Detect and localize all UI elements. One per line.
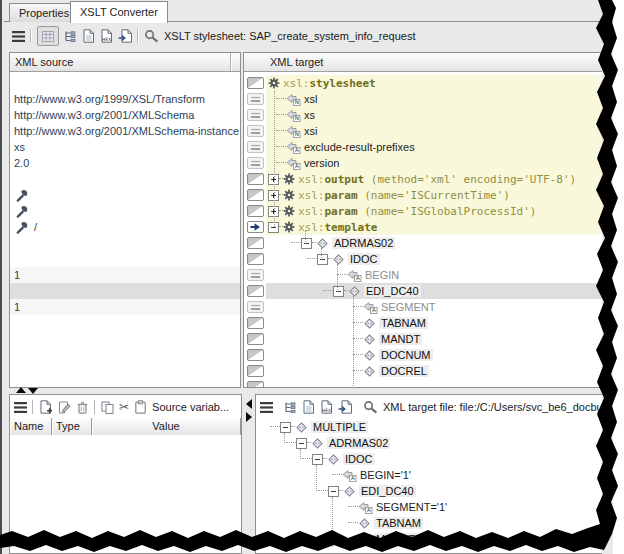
source-cell[interactable] xyxy=(10,171,240,187)
source-cell[interactable] xyxy=(10,251,240,267)
source-cell[interactable]: xs xyxy=(10,139,240,155)
delete-icon[interactable] xyxy=(76,401,89,414)
mapping-button[interactable] xyxy=(247,221,264,233)
search-icon[interactable] xyxy=(363,400,378,414)
source-cell[interactable] xyxy=(10,347,240,363)
mapping-button[interactable] xyxy=(247,333,264,345)
document-import-icon[interactable] xyxy=(118,29,132,43)
mapping-button[interactable] xyxy=(247,317,264,329)
vertical-splitter[interactable] xyxy=(245,394,255,534)
mapping-button[interactable] xyxy=(247,365,264,377)
tree-node-label[interactable]: xs xyxy=(304,109,315,121)
cut-icon[interactable]: ✂ xyxy=(119,401,129,413)
collapse-icon[interactable] xyxy=(280,422,291,433)
mapping-button[interactable] xyxy=(247,381,264,387)
source-cell[interactable] xyxy=(10,283,240,299)
source-cell[interactable] xyxy=(10,203,240,219)
tree-node-label[interactable]: xsi xyxy=(304,125,317,137)
source-cell[interactable]: 1 xyxy=(10,267,240,283)
tree-node-label[interactable]: IDOC xyxy=(343,453,375,465)
mapping-button[interactable] xyxy=(247,173,264,185)
source-cell[interactable]: / xyxy=(10,219,240,235)
search-icon[interactable] xyxy=(144,29,159,43)
tree-node-label[interactable]: EDI_DC40 xyxy=(364,285,421,297)
document-icon[interactable] xyxy=(82,29,95,43)
source-cell[interactable] xyxy=(10,331,240,347)
tree-node-label[interactable]: xsl xyxy=(304,93,317,105)
tree-view-icon[interactable] xyxy=(64,30,77,42)
document-import-icon[interactable] xyxy=(338,400,352,414)
tree-node-label[interactable]: SEGMENT xyxy=(381,301,435,313)
tree-node-label[interactable]: SEGMENT='1' xyxy=(376,501,447,513)
mapping-button[interactable] xyxy=(247,205,264,217)
column-name[interactable]: Name xyxy=(10,418,52,435)
tree-node-label[interactable]: xsl:output (method='xml' encoding='UTF-8… xyxy=(298,173,576,186)
source-cell[interactable]: 2.0 xyxy=(10,155,240,171)
tree-view-icon[interactable] xyxy=(284,401,297,413)
tree-node-label[interactable]: DOCNUM xyxy=(379,349,433,361)
tab-xslt-converter[interactable]: XSLT Converter xyxy=(70,1,168,23)
document-icon[interactable] xyxy=(302,400,315,414)
tree-node-label[interactable]: ADRMAS02 xyxy=(332,237,395,249)
mapping-button[interactable] xyxy=(247,237,264,249)
mapping-button[interactable] xyxy=(247,301,264,313)
mapping-button[interactable] xyxy=(247,109,264,121)
tree-node-label[interactable]: version xyxy=(304,157,339,169)
document-hex-icon[interactable]: HEX xyxy=(320,400,333,414)
tree-node-label[interactable]: TABNAM xyxy=(374,517,423,529)
tree-node-label[interactable]: ADRMAS02 xyxy=(327,437,390,449)
source-cell[interactable] xyxy=(10,75,240,91)
collapse-right-icon[interactable] xyxy=(246,412,252,422)
tree-node-label[interactable]: xsl:param (name='ISCurrentTime') xyxy=(298,189,510,202)
mapping-button[interactable] xyxy=(247,269,264,281)
mapping-button[interactable] xyxy=(247,349,264,361)
variables-table-body[interactable] xyxy=(10,435,241,553)
source-cell[interactable]: http://www.w3.org/2001/XMLSchema-instanc… xyxy=(10,123,240,139)
menu-icon[interactable] xyxy=(12,31,25,42)
source-cell[interactable] xyxy=(10,379,240,387)
new-document-icon[interactable] xyxy=(39,400,53,414)
mapping-button[interactable] xyxy=(247,125,264,137)
mapping-button[interactable] xyxy=(247,285,264,297)
source-cell[interactable] xyxy=(10,235,240,251)
collapse-icon[interactable] xyxy=(328,486,339,497)
menu-icon[interactable] xyxy=(14,402,27,413)
collapse-icon[interactable] xyxy=(312,454,323,465)
tree-node-label[interactable]: xsl:stylesheet xyxy=(283,77,376,90)
tree-node-label[interactable]: TABNAM xyxy=(379,317,428,329)
tree-node-label[interactable]: MANDT xyxy=(374,533,417,545)
mapping-button[interactable] xyxy=(247,157,264,169)
source-cell[interactable] xyxy=(10,187,240,203)
tree-node-label[interactable]: IDOC xyxy=(348,253,380,265)
source-cell[interactable]: http://www.w3.org/2001/XMLSchema xyxy=(10,107,240,123)
column-type[interactable]: Type xyxy=(52,418,92,435)
paste-icon[interactable] xyxy=(134,400,147,414)
mapping-button[interactable] xyxy=(247,253,264,265)
tree-node-label[interactable]: BEGIN xyxy=(365,269,399,281)
tree-node-label[interactable]: exclude-result-prefixes xyxy=(304,141,415,153)
tree-node-label[interactable]: xsl:param (name='ISGlobalProcessId') xyxy=(298,205,536,218)
edit-icon[interactable] xyxy=(58,401,71,414)
mapping-button[interactable] xyxy=(247,77,264,89)
copy-icon[interactable] xyxy=(101,401,114,414)
source-cell[interactable] xyxy=(10,315,240,331)
tab-properties[interactable]: Properties xyxy=(9,3,79,22)
mapping-button[interactable] xyxy=(247,93,264,105)
tree-node-label[interactable]: EDI_DC40 xyxy=(359,485,416,497)
column-value[interactable]: Value xyxy=(92,418,241,435)
source-cell[interactable]: 1 xyxy=(10,299,240,315)
collapse-up-icon[interactable] xyxy=(16,387,26,393)
tree-node-label[interactable]: MANDT xyxy=(379,333,422,345)
collapse-icon[interactable] xyxy=(296,438,307,449)
mapping-button[interactable] xyxy=(247,189,264,201)
source-cell[interactable] xyxy=(10,363,240,379)
collapse-left-icon[interactable] xyxy=(246,399,252,409)
tree-node-label[interactable]: BEGIN='1' xyxy=(360,469,411,481)
menu-icon[interactable] xyxy=(260,402,273,413)
tree-node-label[interactable]: DOCREL xyxy=(379,365,429,377)
tree-node-label[interactable]: MULTIPLE xyxy=(311,421,368,433)
source-cell[interactable]: http://www.w3.org/1999/XSL/Transform xyxy=(10,91,240,107)
tree-node-label[interactable]: xsl:template xyxy=(298,221,377,234)
mapping-button[interactable] xyxy=(247,141,264,153)
document-hex-icon[interactable]: HEX xyxy=(100,29,113,43)
